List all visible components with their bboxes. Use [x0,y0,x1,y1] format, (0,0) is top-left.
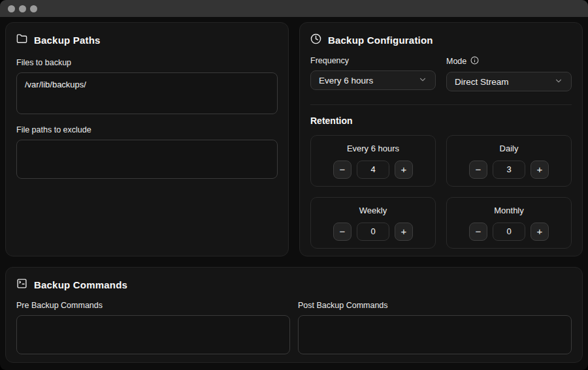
exclude-paths-input[interactable] [16,140,278,179]
retention-value[interactable]: 3 [493,161,525,179]
decrement-button[interactable]: − [333,223,351,241]
close-button[interactable] [8,5,15,12]
backup-commands-card: Backup Commands Pre Backup Commands Post… [5,267,583,363]
backup-configuration-header: Backup Configuration [310,33,572,47]
post-backup-field: Post Backup Commands [298,292,572,354]
minimize-button[interactable] [19,5,26,12]
post-backup-label: Post Backup Commands [298,301,572,310]
mode-value: Direct Stream [455,77,509,87]
mode-select[interactable]: Direct Stream [446,72,572,91]
retention-stepper: − 3 + [469,161,549,179]
folder-icon [16,33,27,47]
retention-every-6-hours: Every 6 hours − 4 + [310,135,436,187]
retention-grid: Every 6 hours − 4 + Daily − 3 + [310,135,572,249]
mode-field: Mode Direct Stream [446,47,572,91]
main-content: Backup Paths Files to backup /var/lib/ba… [0,17,588,370]
backup-paths-title: Backup Paths [34,35,101,46]
decrement-button[interactable]: − [469,161,487,179]
retention-stepper: − 0 + [469,223,549,241]
backup-commands-header: Backup Commands [16,278,572,292]
info-icon[interactable] [470,56,479,67]
mode-label: Mode [446,57,466,66]
chevron-down-icon [418,75,427,86]
retention-title: Retention [310,116,572,126]
backup-commands-title: Backup Commands [34,279,127,290]
retention-item-label: Daily [500,144,519,153]
retention-item-label: Every 6 hours [347,144,399,153]
terminal-icon [16,278,27,292]
titlebar [0,0,588,17]
retention-monthly: Monthly − 0 + [446,197,572,249]
increment-button[interactable]: + [531,223,549,241]
increment-button[interactable]: + [395,223,413,241]
frequency-value: Every 6 hours [319,76,373,85]
files-to-backup-label: Files to backup [16,58,278,67]
backup-configuration-title: Backup Configuration [328,35,433,46]
retention-item-label: Monthly [494,206,524,215]
retention-item-label: Weekly [359,206,387,215]
files-to-backup-input[interactable]: /var/lib/backups/ [16,72,278,114]
post-backup-input[interactable] [298,315,572,354]
clock-icon [310,33,321,47]
frequency-field: Frequency Every 6 hours [310,47,436,91]
frequency-select[interactable]: Every 6 hours [310,70,436,90]
pre-backup-label: Pre Backup Commands [16,301,290,310]
retention-value[interactable]: 0 [357,223,389,241]
retention-weekly: Weekly − 0 + [310,197,436,249]
app-window: Backup Paths Files to backup /var/lib/ba… [0,0,588,370]
increment-button[interactable]: + [395,161,413,179]
increment-button[interactable]: + [531,161,549,179]
retention-divider [310,104,572,105]
decrement-button[interactable]: − [333,161,351,179]
backup-paths-header: Backup Paths [16,33,278,47]
exclude-paths-label: File paths to exclude [16,125,278,134]
chevron-down-icon [554,76,563,87]
retention-daily: Daily − 3 + [446,135,572,187]
maximize-button[interactable] [30,5,37,12]
retention-value[interactable]: 0 [493,223,525,241]
pre-backup-field: Pre Backup Commands [16,292,290,354]
mode-label-row: Mode [446,56,572,67]
retention-stepper: − 4 + [333,161,413,179]
pre-backup-input[interactable] [16,315,290,354]
backup-configuration-card: Backup Configuration Frequency Every 6 h… [299,22,583,256]
decrement-button[interactable]: − [469,223,487,241]
backup-paths-card: Backup Paths Files to backup /var/lib/ba… [5,22,289,256]
retention-value[interactable]: 4 [357,161,389,179]
frequency-label: Frequency [310,56,436,65]
retention-stepper: − 0 + [333,223,413,241]
